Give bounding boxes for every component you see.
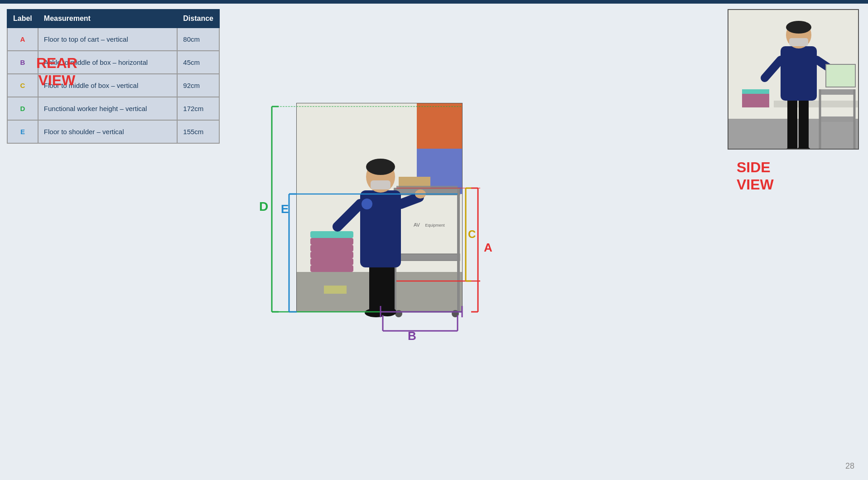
col-header-distance: Distance: [177, 10, 219, 28]
page-number: 28: [845, 461, 854, 471]
side-photo-svg: [728, 10, 859, 150]
distance-A: 80cm: [177, 28, 219, 51]
svg-rect-81: [742, 89, 769, 94]
table-row: A Floor to top of cart – vertical 80cm: [7, 28, 219, 51]
svg-rect-8: [310, 245, 353, 252]
svg-rect-66: [787, 96, 797, 150]
rear-view-label: REAR VIEW: [36, 54, 77, 89]
table-row: E Floor to shoulder – vertical 155cm: [7, 120, 219, 143]
svg-rect-7: [310, 238, 353, 245]
distance-D: 172cm: [177, 97, 219, 120]
svg-text:E: E: [281, 202, 289, 216]
svg-rect-70: [781, 46, 817, 101]
svg-rect-6: [310, 231, 353, 238]
svg-rect-10: [310, 258, 353, 265]
col-header-label: Label: [7, 10, 38, 28]
measurement-E: Floor to shoulder – vertical: [38, 120, 178, 143]
measurement-D: Functional worker height – vertical: [38, 97, 178, 120]
label-A: A: [7, 28, 38, 51]
svg-rect-13: [394, 254, 460, 261]
label-D: D: [7, 97, 38, 120]
svg-rect-82: [742, 94, 769, 98]
distance-B: 45cm: [177, 51, 219, 74]
label-E: E: [7, 120, 38, 143]
svg-text:AV: AV: [414, 222, 420, 228]
svg-rect-65: [774, 101, 859, 107]
side-view-photo: [728, 9, 859, 150]
svg-rect-84: [742, 103, 769, 107]
measurement-A: Floor to top of cart – vertical: [38, 28, 178, 51]
svg-text:B: B: [408, 329, 416, 343]
svg-point-31: [366, 159, 395, 175]
svg-line-28: [401, 197, 419, 204]
side-view-label: SIDE VIEW: [737, 159, 774, 194]
top-border: [0, 0, 868, 4]
label-C: C: [7, 74, 38, 97]
svg-point-33: [362, 199, 372, 209]
svg-text:D: D: [259, 199, 268, 213]
svg-text:C: C: [468, 228, 476, 240]
svg-rect-77: [819, 89, 855, 95]
label-B: B: [7, 51, 38, 74]
svg-rect-73: [826, 64, 855, 87]
svg-rect-83: [742, 98, 769, 103]
svg-rect-34: [324, 286, 347, 294]
svg-rect-4: [417, 103, 462, 149]
svg-text:Equipment: Equipment: [425, 223, 445, 228]
svg-rect-25: [382, 263, 395, 313]
svg-rect-32: [371, 180, 391, 189]
svg-rect-78: [819, 116, 855, 122]
svg-point-75: [786, 21, 811, 34]
svg-rect-67: [799, 98, 809, 150]
svg-rect-76: [789, 38, 808, 46]
distance-E: 155cm: [177, 120, 219, 143]
svg-rect-11: [310, 265, 353, 272]
center-diagram-area: AV Equipment: [227, 9, 544, 363]
svg-rect-9: [310, 252, 353, 258]
distance-C: 92cm: [177, 74, 219, 97]
table-row: D Functional worker height – vertical 17…: [7, 97, 219, 120]
side-view-area: SIDE VIEW: [728, 9, 859, 150]
svg-text:A: A: [484, 241, 492, 254]
col-header-measurement: Measurement: [38, 10, 178, 28]
rear-view-diagram: AV Equipment: [227, 9, 544, 363]
